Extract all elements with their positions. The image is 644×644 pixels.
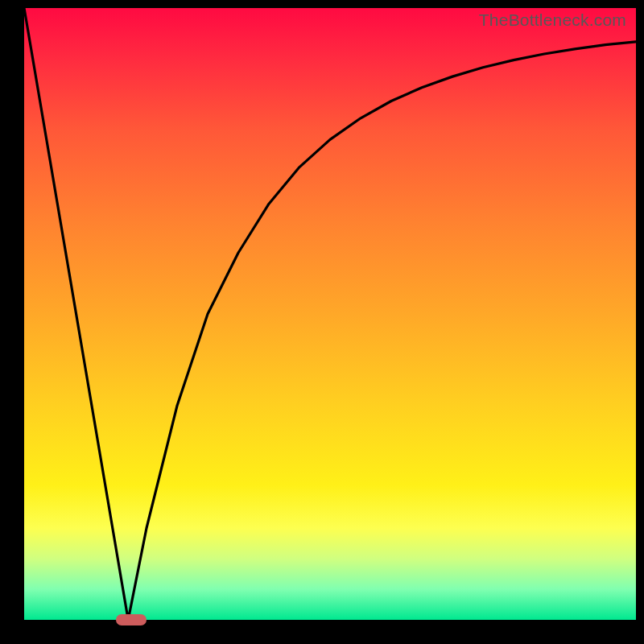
chart-container: TheBottleneck.com [0, 0, 644, 644]
plot-area: TheBottleneck.com [24, 8, 636, 620]
minimum-marker [116, 614, 147, 625]
curve-svg [24, 8, 636, 620]
bottleneck-curve [24, 8, 636, 620]
watermark-text: TheBottleneck.com [479, 10, 626, 30]
